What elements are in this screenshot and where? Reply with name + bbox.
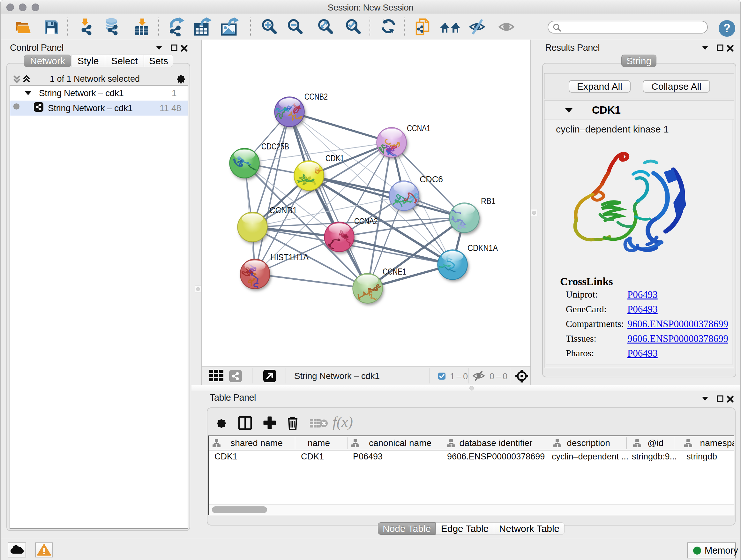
svg-text:CDC25B: CDC25B <box>261 142 289 151</box>
svg-text:CCNB1: CCNB1 <box>269 206 297 215</box>
svg-text:CCNA2: CCNA2 <box>354 216 378 226</box>
svg-text:RB1: RB1 <box>481 196 495 206</box>
svg-text:CDC6: CDC6 <box>420 175 443 184</box>
svg-text:CCNE1: CCNE1 <box>383 267 406 276</box>
svg-text:HIST1H1A: HIST1H1A <box>270 253 309 262</box>
svg-text:CCNB2: CCNB2 <box>305 92 328 102</box>
svg-text:CDKN1A: CDKN1A <box>468 243 498 253</box>
svg-text:CCNA1: CCNA1 <box>407 124 430 133</box>
svg-text:CDK1: CDK1 <box>326 153 344 163</box>
